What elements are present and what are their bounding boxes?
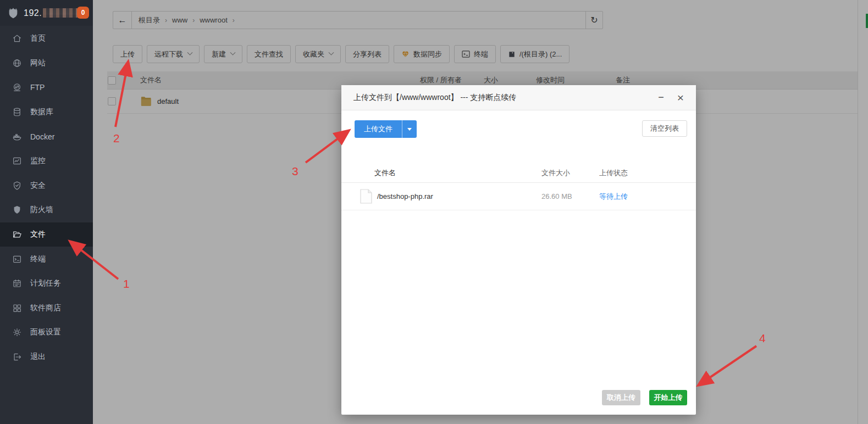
cancel-upload-button[interactable]: 取消上传 — [602, 390, 640, 405]
upload-file-dropdown-button[interactable] — [402, 120, 417, 138]
server-host-label: 192. — [24, 8, 78, 18]
upload-file-name: /bestshop-php.rar — [341, 192, 541, 200]
sidebar-item-label: 监控 — [30, 156, 46, 166]
sidebar-item-label: 软件商店 — [30, 303, 61, 313]
sidebar-item-label: 退出 — [30, 352, 46, 362]
upload-file-split-button: 上传文件 — [355, 120, 417, 138]
ftp-icon — [12, 82, 22, 92]
sidebar-menu: 首页 网站 FTP 数据库 Docker 监控 安全 防火墙 — [0, 26, 93, 369]
sidebar-item-ftp[interactable]: FTP — [0, 75, 93, 100]
folder-icon — [12, 230, 22, 239]
logout-icon — [12, 352, 22, 362]
sidebar-item-files[interactable]: 文件 — [0, 222, 93, 247]
terminal-icon — [12, 254, 22, 264]
sidebar-item-settings[interactable]: 面板设置 — [0, 320, 93, 345]
shield-icon — [12, 205, 22, 215]
sidebar-item-docker[interactable]: Docker — [0, 124, 93, 149]
upload-queue-table: 文件名 文件大小 上传状态 /bestshop-php.rar 26.60 MB… — [341, 163, 696, 210]
database-icon — [12, 107, 22, 117]
upload-dialog-body: 上传文件 清空列表 文件名 文件大小 上传状态 /bestshop-php.ra… — [341, 110, 696, 414]
minimize-icon: − — [658, 92, 664, 103]
sidebar-item-logout[interactable]: 退出 — [0, 345, 93, 370]
sidebar-item-label: Docker — [30, 132, 54, 141]
upload-dialog-title: 上传文件到【/www/wwwroot】 --- 支持断点续传 — [353, 93, 658, 103]
sidebar-item-appstore[interactable]: 软件商店 — [0, 296, 93, 321]
panel-logo-icon — [7, 7, 19, 19]
sidebar-item-database[interactable]: 数据库 — [0, 100, 93, 125]
docker-icon — [12, 132, 22, 142]
clear-list-button[interactable]: 清空列表 — [642, 120, 687, 137]
caret-down-icon — [407, 128, 412, 131]
column-header-filename: 文件名 — [341, 168, 541, 178]
sidebar-item-label: 首页 — [30, 34, 46, 43]
censored-ip-blur — [43, 8, 78, 18]
upload-dialog: 上传文件到【/www/wwwroot】 --- 支持断点续传 − × 上传文件 … — [341, 85, 696, 415]
upload-file-size: 26.60 MB — [541, 192, 599, 200]
sidebar-item-home[interactable]: 首页 — [0, 26, 93, 51]
calendar-icon — [12, 278, 22, 288]
sidebar-item-label: 面板设置 — [30, 327, 61, 337]
monitor-icon — [12, 156, 22, 166]
column-header-status: 上传状态 — [599, 168, 696, 178]
sidebar-item-terminal[interactable]: 终端 — [0, 247, 93, 271]
sidebar-item-label: 文件 — [30, 230, 46, 239]
sidebar-item-label: FTP — [30, 83, 45, 92]
column-header-filesize: 文件大小 — [541, 168, 599, 178]
start-upload-button[interactable]: 开始上传 — [649, 390, 687, 405]
close-icon: × — [677, 91, 684, 104]
gear-icon — [12, 327, 22, 337]
sidebar-item-firewall[interactable]: 防火墙 — [0, 198, 93, 222]
sidebar-item-cron[interactable]: 计划任务 — [0, 271, 93, 296]
sidebar-item-label: 数据库 — [30, 107, 53, 117]
minimize-button[interactable]: − — [658, 92, 664, 103]
upload-dialog-header: 上传文件到【/www/wwwroot】 --- 支持断点续传 − × — [341, 85, 696, 110]
close-button[interactable]: × — [677, 91, 684, 104]
grid-icon — [12, 303, 22, 313]
sidebar-item-label: 防火墙 — [30, 205, 53, 215]
panel-logo-row[interactable]: 192. 0 — [0, 0, 93, 26]
sidebar-item-label: 终端 — [30, 254, 46, 264]
sidebar-item-label: 计划任务 — [30, 278, 61, 288]
upload-queue-row[interactable]: /bestshop-php.rar 26.60 MB 等待上传 — [341, 183, 696, 210]
home-icon — [12, 34, 22, 43]
globe-icon — [12, 58, 22, 68]
upload-table-header: 文件名 文件大小 上传状态 — [341, 163, 696, 183]
upload-status-link[interactable]: 等待上传 — [599, 192, 628, 200]
sidebar-item-label: 网站 — [30, 58, 46, 68]
sidebar: 192. 0 首页 网站 FTP 数据库 Docker 监控 — [0, 0, 93, 424]
upload-file-button[interactable]: 上传文件 — [355, 120, 402, 138]
notification-badge[interactable]: 0 — [77, 7, 89, 19]
sidebar-item-monitor[interactable]: 监控 — [0, 149, 93, 174]
shield-check-icon — [12, 181, 22, 191]
sidebar-item-label: 安全 — [30, 181, 46, 191]
sidebar-item-website[interactable]: 网站 — [0, 51, 93, 76]
upload-dialog-footer: 取消上传 开始上传 — [602, 390, 687, 405]
sidebar-item-security[interactable]: 安全 — [0, 174, 93, 198]
